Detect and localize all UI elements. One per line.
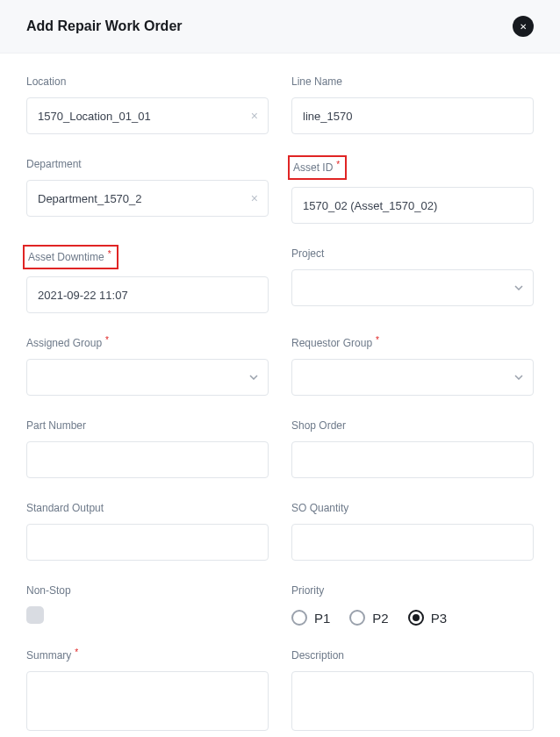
shop-order-input[interactable] bbox=[291, 441, 534, 478]
modal-title: Add Repair Work Order bbox=[26, 18, 183, 34]
radio-icon bbox=[349, 610, 365, 626]
department-input[interactable] bbox=[26, 180, 269, 217]
priority-label: Priority bbox=[291, 584, 324, 597]
close-icon: ✕ bbox=[520, 22, 527, 32]
asset-downtime-label: Asset Downtime bbox=[28, 251, 104, 263]
department-label: Department bbox=[26, 158, 82, 170]
line-name-input[interactable] bbox=[291, 97, 534, 134]
required-icon: * bbox=[75, 648, 78, 657]
so-quantity-label: SO Quantity bbox=[291, 502, 348, 514]
line-name-label: Line Name bbox=[291, 75, 342, 88]
requestor-group-label: Requestor Group bbox=[291, 337, 372, 349]
required-icon: * bbox=[108, 249, 111, 259]
location-input[interactable] bbox=[26, 97, 269, 134]
description-textarea[interactable] bbox=[291, 671, 534, 731]
required-icon: * bbox=[105, 335, 109, 345]
clear-icon[interactable]: × bbox=[251, 109, 258, 123]
close-button[interactable]: ✕ bbox=[513, 16, 534, 37]
radio-label: P2 bbox=[372, 611, 388, 626]
so-quantity-input[interactable] bbox=[291, 524, 534, 561]
asset-id-input[interactable] bbox=[291, 187, 534, 224]
modal-header: Add Repair Work Order ✕ bbox=[0, 0, 560, 54]
radio-icon bbox=[291, 610, 307, 626]
non-stop-label: Non-Stop bbox=[26, 584, 71, 597]
shop-order-label: Shop Order bbox=[291, 419, 346, 432]
summary-label: Summary bbox=[26, 649, 71, 662]
priority-p1-radio[interactable]: P1 bbox=[291, 610, 330, 626]
assigned-group-select[interactable] bbox=[26, 359, 269, 396]
project-label: Project bbox=[291, 247, 324, 260]
assigned-group-label: Assigned Group bbox=[26, 337, 102, 349]
asset-id-label: Asset ID bbox=[293, 161, 333, 174]
non-stop-checkbox[interactable] bbox=[26, 606, 44, 624]
required-icon: * bbox=[376, 335, 379, 345]
radio-icon bbox=[408, 610, 424, 626]
project-select[interactable] bbox=[291, 269, 534, 306]
standard-output-label: Standard Output bbox=[26, 502, 104, 514]
location-label: Location bbox=[26, 75, 66, 88]
radio-label: P3 bbox=[431, 611, 447, 626]
part-number-input[interactable] bbox=[26, 441, 269, 478]
radio-label: P1 bbox=[314, 611, 330, 626]
clear-icon[interactable]: × bbox=[251, 191, 258, 205]
priority-radios: P1 P2 P3 bbox=[291, 606, 534, 626]
part-number-label: Part Number bbox=[26, 419, 86, 432]
standard-output-input[interactable] bbox=[26, 524, 269, 561]
priority-p3-radio[interactable]: P3 bbox=[408, 610, 447, 626]
requestor-group-select[interactable] bbox=[291, 359, 534, 396]
description-label: Description bbox=[291, 649, 344, 662]
asset-downtime-input[interactable] bbox=[26, 276, 269, 313]
required-icon: * bbox=[336, 160, 340, 169]
modal-body: Location × Line Name Department × Asset … bbox=[0, 54, 560, 737]
priority-p2-radio[interactable]: P2 bbox=[349, 610, 388, 626]
summary-textarea[interactable] bbox=[26, 671, 269, 731]
